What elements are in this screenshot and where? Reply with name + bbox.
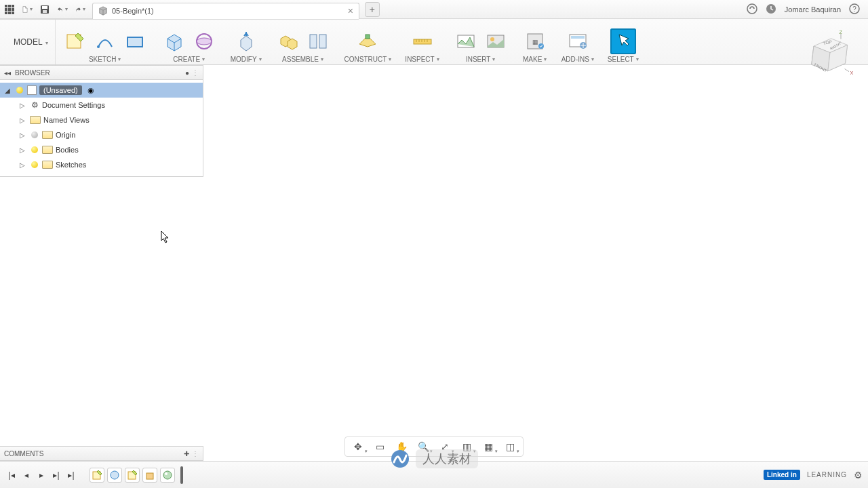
svg-point-30: [281, 165, 587, 335]
grid-settings-icon[interactable]: ▦: [481, 440, 496, 453]
comments-header[interactable]: COMMENTS ✚⋮: [0, 446, 203, 461]
select-menu-label[interactable]: SELECT: [608, 56, 639, 63]
svg-point-3: [747, 4, 757, 14]
svg-rect-9: [127, 37, 142, 47]
svg-point-18: [490, 37, 494, 41]
sketch-menu-label[interactable]: SKETCH: [89, 56, 121, 63]
svg-point-26: [237, 146, 631, 370]
insert-decal-icon[interactable]: [453, 28, 479, 54]
svg-rect-2: [43, 10, 47, 13]
assemble-menu-label[interactable]: ASSEMBLE: [282, 56, 323, 63]
tree-item-bodies[interactable]: ▷ Bodies: [0, 142, 203, 157]
user-name[interactable]: Jomarc Baquiran: [785, 5, 841, 14]
make-menu-label[interactable]: MAKE: [523, 56, 547, 63]
joint-icon[interactable]: [305, 28, 331, 54]
lightbulb-icon[interactable]: [30, 130, 39, 140]
tree-root[interactable]: ◢ (Unsaved) ◉: [0, 83, 203, 98]
save-icon[interactable]: [39, 4, 50, 15]
lightbulb-icon[interactable]: [30, 145, 39, 155]
timeline-step-fwd-icon[interactable]: ▸|: [50, 469, 62, 481]
expand-icon[interactable]: ▷: [18, 146, 27, 154]
lightbulb-icon[interactable]: [15, 85, 24, 95]
axis-x-label: X: [850, 70, 854, 76]
timeline-end-icon[interactable]: ▸|: [65, 469, 77, 481]
ribbon-group-make: ▦ MAKE: [515, 19, 555, 64]
document-tab[interactable]: 05-Begin*(1) ×: [92, 3, 359, 19]
tree-item-named-views[interactable]: ▷ Named Views: [0, 113, 203, 127]
add-comment-icon[interactable]: ✚: [184, 450, 189, 458]
press-pull-icon[interactable]: [233, 28, 259, 54]
construct-plane-icon[interactable]: [355, 28, 380, 54]
undo-icon[interactable]: ▾: [57, 4, 68, 15]
svg-point-28: [281, 167, 587, 336]
view-cube[interactable]: Z X TOP FRONT RIGHT: [800, 27, 854, 81]
revolve-icon[interactable]: [191, 28, 217, 54]
browser-drag-icon[interactable]: ⋮: [192, 69, 199, 77]
addins-icon[interactable]: [565, 28, 591, 54]
folder-icon: [42, 146, 53, 154]
orbit-icon[interactable]: ✥: [351, 440, 366, 453]
timeline-feature-material[interactable]: [160, 468, 175, 483]
file-menu-icon[interactable]: ▾: [22, 4, 33, 15]
extrude-icon[interactable]: [161, 28, 187, 54]
ribbon-group-construct: CONSTRUCT: [338, 19, 399, 64]
insert-menu-label[interactable]: INSERT: [466, 56, 496, 63]
browser-settings-icon[interactable]: ●: [185, 69, 189, 77]
timeline-feature-sketch[interactable]: [90, 468, 104, 483]
expand-icon[interactable]: ▷: [18, 117, 27, 124]
job-status-icon[interactable]: [766, 3, 776, 16]
rectangle-tool-icon[interactable]: [122, 28, 148, 54]
target-icon[interactable]: ◉: [87, 86, 94, 95]
tree-item-label: Sketches: [56, 161, 86, 169]
timeline-feature-revolve[interactable]: [107, 468, 122, 483]
watermark-cn: 人人素材: [416, 449, 478, 468]
insert-image-icon[interactable]: [483, 28, 509, 54]
settings-gear-icon[interactable]: ⚙: [854, 470, 863, 481]
new-component-icon[interactable]: [275, 28, 301, 54]
addins-menu-label[interactable]: ADD-INS: [561, 56, 594, 63]
svg-point-11: [197, 38, 212, 45]
ribbon-group-modify: MODIFY: [224, 19, 269, 64]
make-3dprint-icon[interactable]: ▦: [522, 28, 548, 54]
viewport-settings-icon[interactable]: ◫: [502, 440, 517, 453]
browser-header[interactable]: ◂◂ BROWSER ●⋮: [0, 65, 203, 80]
timeline-start-icon[interactable]: |◂: [5, 469, 18, 481]
tree-item-origin[interactable]: ▷ Origin: [0, 127, 203, 142]
construct-menu-label[interactable]: CONSTRUCT: [344, 56, 392, 63]
document-tabs: 05-Begin*(1) × +: [92, 0, 747, 19]
svg-point-29: [281, 167, 587, 336]
timeline-step-back-icon[interactable]: ◂: [20, 469, 33, 481]
inspect-menu-label[interactable]: INSPECT: [405, 56, 439, 63]
expand-icon[interactable]: ▷: [18, 161, 27, 169]
new-tab-button[interactable]: +: [365, 2, 380, 17]
lightbulb-icon[interactable]: [30, 160, 39, 169]
redo-icon[interactable]: ▾: [75, 4, 85, 15]
comments-drag-icon[interactable]: ⋮: [192, 450, 199, 458]
modify-menu-label[interactable]: MODIFY: [231, 56, 262, 63]
close-tab-icon[interactable]: ×: [348, 6, 353, 16]
timeline-feature-extrude[interactable]: [142, 468, 157, 483]
svg-point-8: [97, 45, 100, 48]
look-at-icon[interactable]: ▭: [372, 440, 387, 453]
measure-icon[interactable]: [410, 28, 435, 54]
expand-icon[interactable]: ▷: [18, 131, 27, 139]
timeline-feature-sketch2[interactable]: [125, 468, 140, 483]
svg-point-31: [376, 273, 492, 311]
timeline-marker[interactable]: [180, 466, 183, 484]
tree-item-label: Bodies: [56, 146, 79, 154]
collapse-icon[interactable]: ◂◂: [4, 69, 11, 77]
watermark-rrcg: RRCG: [380, 65, 494, 85]
create-sketch-icon[interactable]: [62, 28, 88, 54]
tree-item-document-settings[interactable]: ▷ ⚙ Document Settings: [0, 98, 203, 113]
extensions-icon[interactable]: [747, 3, 757, 16]
create-menu-label[interactable]: CREATE: [173, 56, 205, 63]
timeline-play-icon[interactable]: ▸: [35, 469, 47, 481]
expand-icon[interactable]: ▷: [18, 102, 27, 109]
expand-icon[interactable]: ◢: [3, 87, 12, 94]
tree-item-sketches[interactable]: ▷ Sketches: [0, 157, 203, 172]
apps-grid-icon[interactable]: [4, 4, 15, 15]
help-icon[interactable]: ?: [849, 3, 860, 16]
workspace-switcher[interactable]: MODEL: [7, 19, 56, 64]
select-tool-icon[interactable]: [610, 28, 636, 54]
line-tool-icon[interactable]: [92, 28, 118, 54]
